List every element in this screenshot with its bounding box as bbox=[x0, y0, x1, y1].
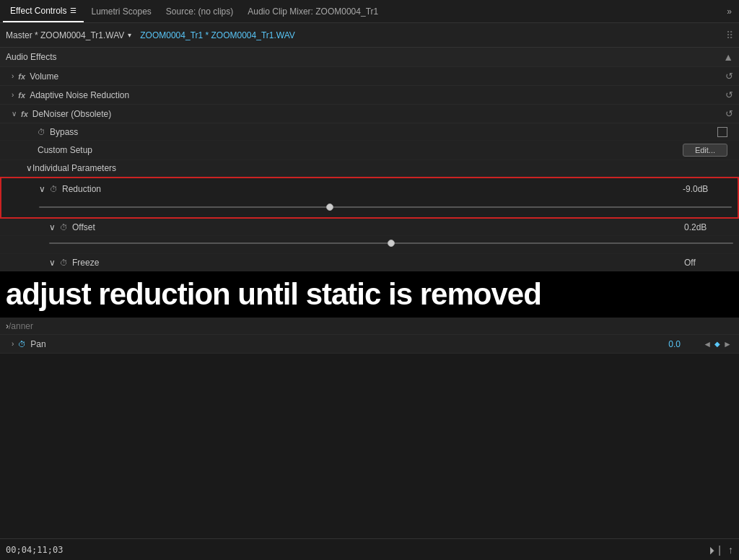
offset-expand[interactable]: ∨ bbox=[49, 222, 56, 232]
master-clip-selector[interactable]: Master * ZOOM0004_Tr1.WAV ▾ bbox=[6, 30, 131, 40]
footer: 00;04;11;03 ⏵| ↑ bbox=[0, 538, 739, 560]
custom-setup-row: Custom Setup Edit... bbox=[0, 141, 739, 160]
volume-effect-row: › fx Volume ↺ bbox=[0, 67, 739, 86]
master-clip-chevron: ▾ bbox=[128, 31, 131, 39]
play-to-next-icon[interactable]: ⏵| bbox=[708, 544, 721, 556]
bypass-label: Bypass bbox=[50, 127, 78, 137]
tab-more-button[interactable]: » bbox=[722, 6, 736, 17]
adaptive-noise-fx-badge: fx bbox=[18, 91, 25, 100]
pan-value[interactable]: 0.0 bbox=[668, 339, 690, 349]
reduction-section: ∨ ⏱ Reduction -9.0dB bbox=[0, 177, 739, 219]
volume-expand[interactable]: › bbox=[12, 72, 14, 80]
edit-button[interactable]: Edit... bbox=[683, 144, 727, 157]
panner-row: › / anner bbox=[0, 318, 739, 335]
tab-lumetri-label: Lumetri Scopes bbox=[91, 6, 151, 17]
audio-effects-label: Audio Effects bbox=[6, 52, 57, 62]
tab-source-label: Source: (no clips) bbox=[166, 6, 233, 17]
reduction-slider-handle[interactable] bbox=[326, 204, 333, 211]
denoiser-fx-badge: fx bbox=[21, 110, 28, 118]
pan-clock-icon: ⏱ bbox=[18, 340, 26, 349]
master-clip-label: Master * ZOOM0004_Tr1.WAV bbox=[6, 30, 124, 40]
overlay-text-block: adjust reduction until static is removed bbox=[0, 271, 739, 318]
pan-next-keyframe[interactable]: ► bbox=[722, 339, 733, 349]
offset-param-row: ∨ ⏱ Offset 0.2dB bbox=[0, 219, 739, 236]
grip-icon: ⠿ bbox=[726, 30, 733, 41]
offset-slider[interactable] bbox=[49, 237, 733, 249]
individual-params-row: ∨ Individual Parameters bbox=[0, 160, 739, 177]
tab-audio-mixer-label: Audio Clip Mixer: ZOOM0004_Tr1 bbox=[248, 6, 378, 17]
freeze-expand[interactable]: ∨ bbox=[49, 258, 56, 268]
footer-icons: ⏵| ↑ bbox=[708, 544, 733, 556]
offset-slider-handle[interactable] bbox=[388, 240, 395, 247]
reduction-slider[interactable] bbox=[39, 201, 732, 213]
tab-effect-controls[interactable]: Effect Controls ☰ bbox=[3, 0, 84, 22]
bypass-checkbox[interactable] bbox=[717, 127, 727, 137]
pan-label: Pan bbox=[30, 339, 45, 349]
overlay-instruction-text: adjust reduction until static is removed bbox=[6, 277, 541, 311]
individual-params-expand[interactable]: ∨ bbox=[26, 163, 32, 173]
bypass-param-row: ⏱ Bypass bbox=[0, 123, 739, 141]
volume-fx-badge: fx bbox=[18, 72, 25, 81]
offset-label: Offset bbox=[72, 222, 95, 232]
tab-lumetri-scopes[interactable]: Lumetri Scopes bbox=[84, 0, 158, 22]
offset-slider-row bbox=[0, 236, 739, 254]
freeze-param-row: ∨ ⏱ Freeze Off bbox=[0, 254, 739, 271]
reduction-slider-row bbox=[1, 200, 738, 217]
reduction-clock-icon: ⏱ bbox=[50, 185, 58, 193]
denoiser-expand[interactable]: ∨ bbox=[12, 110, 17, 118]
export-icon[interactable]: ↑ bbox=[728, 544, 733, 556]
pan-nav-arrows: ◄ ◆ ► bbox=[701, 339, 733, 349]
volume-effect-name: Volume bbox=[30, 71, 58, 82]
freeze-label: Freeze bbox=[72, 258, 99, 268]
reduction-param-row: ∨ ⏱ Reduction -9.0dB bbox=[1, 178, 738, 200]
denoiser-effect-row: ∨ fx DeNoiser (Obsolete) ↺ bbox=[0, 105, 739, 123]
tab-menu-icon[interactable]: ☰ bbox=[70, 6, 76, 14]
adaptive-noise-effect-name: Adaptive Noise Reduction bbox=[30, 90, 129, 100]
denoiser-reset-button[interactable]: ↺ bbox=[725, 108, 733, 119]
tab-bar: Effect Controls ☰ Lumetri Scopes Source:… bbox=[0, 0, 739, 23]
denoiser-effect-name: DeNoiser (Obsolete) bbox=[32, 109, 111, 119]
active-clip-label: ZOOM0004_Tr1 * ZOOM0004_Tr1.WAV bbox=[140, 30, 295, 40]
tab-audio-clip-mixer[interactable]: Audio Clip Mixer: ZOOM0004_Tr1 bbox=[240, 0, 385, 22]
tab-source[interactable]: Source: (no clips) bbox=[159, 0, 240, 22]
freeze-value[interactable]: Off bbox=[684, 258, 727, 268]
adaptive-noise-expand[interactable]: › bbox=[12, 91, 14, 99]
reduction-expand[interactable]: ∨ bbox=[39, 184, 45, 194]
clip-row: Master * ZOOM0004_Tr1.WAV ▾ ZOOM0004_Tr1… bbox=[0, 23, 739, 48]
freeze-clock-icon: ⏱ bbox=[60, 258, 68, 267]
panner-label: anner bbox=[11, 321, 33, 331]
offset-clock-icon: ⏱ bbox=[60, 223, 68, 232]
adaptive-noise-effect-row: › fx Adaptive Noise Reduction ↺ bbox=[0, 86, 739, 105]
pan-prev-keyframe[interactable]: ◄ bbox=[701, 339, 713, 349]
volume-reset-button[interactable]: ↺ bbox=[725, 71, 733, 82]
pan-effect-row: › ⏱ Pan 0.0 ◄ ◆ ► bbox=[0, 335, 739, 354]
scroll-up-button[interactable]: ▲ bbox=[723, 51, 733, 63]
tab-effect-controls-label: Effect Controls bbox=[10, 6, 66, 16]
custom-setup-label: Custom Setup bbox=[38, 145, 92, 155]
reduction-value[interactable]: -9.0dB bbox=[683, 184, 726, 194]
individual-params-label: Individual Parameters bbox=[32, 163, 116, 173]
audio-effects-header: Audio Effects ▲ bbox=[0, 48, 739, 67]
pan-add-keyframe[interactable]: ◆ bbox=[714, 340, 720, 348]
adaptive-noise-reset-button[interactable]: ↺ bbox=[725, 89, 733, 100]
offset-value[interactable]: 0.2dB bbox=[684, 222, 727, 232]
pan-expand[interactable]: › bbox=[12, 340, 14, 348]
timecode-display: 00;04;11;03 bbox=[6, 545, 63, 555]
bypass-clock-icon: ⏱ bbox=[38, 128, 45, 136]
reduction-label: Reduction bbox=[62, 184, 101, 194]
reduction-slider-track bbox=[39, 206, 732, 208]
